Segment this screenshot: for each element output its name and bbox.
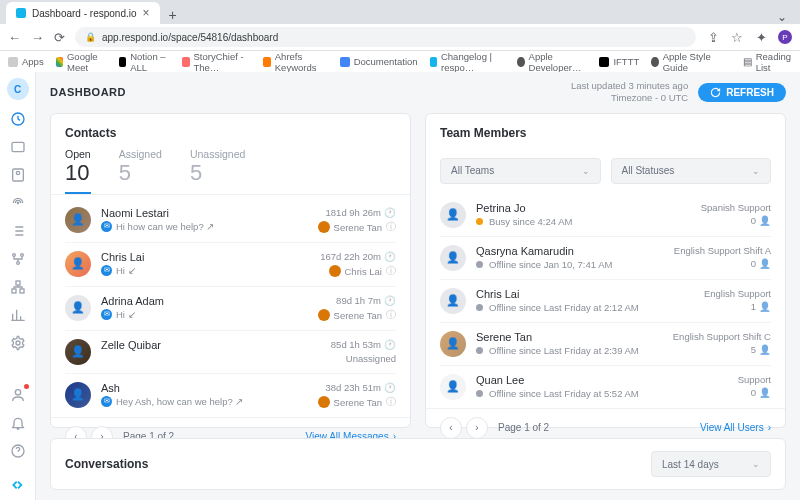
close-tab-icon[interactable]: × bbox=[143, 6, 150, 20]
sidebar-broadcast-icon[interactable] bbox=[9, 194, 27, 212]
clock-icon: 🕐 bbox=[384, 251, 396, 262]
contact-name: Ash bbox=[101, 382, 308, 394]
sidebar-list-icon[interactable] bbox=[9, 222, 27, 240]
prev-page-button[interactable]: ‹ bbox=[65, 426, 87, 438]
sidebar-org-icon[interactable] bbox=[9, 278, 27, 296]
sidebar-reports-icon[interactable] bbox=[9, 306, 27, 324]
main-area: DASHBOARD Last updated 3 minutes ago Tim… bbox=[36, 72, 800, 500]
person-icon: 👤 bbox=[759, 344, 771, 355]
star-icon[interactable]: ☆ bbox=[730, 30, 744, 44]
address-bar[interactable]: 🔒 app.respond.io/space/54816/dashboard bbox=[75, 27, 696, 47]
chevron-right-icon: › bbox=[768, 422, 771, 433]
view-all-messages-link[interactable]: View All Messages› bbox=[305, 431, 396, 438]
member-open-count: 0👤 bbox=[701, 215, 771, 226]
bookmark-changelog[interactable]: Changelog | respo… bbox=[430, 51, 506, 73]
contacts-footer: ‹ › Page 1 of 2 View All Messages› bbox=[51, 417, 410, 438]
sidebar-user-icon[interactable] bbox=[9, 386, 27, 404]
sidebar-contacts-icon[interactable] bbox=[9, 166, 27, 184]
member-status: Busy since 4:24 AM bbox=[476, 216, 691, 227]
team-row[interactable]: 👤 Petrina Jo Busy since 4:24 AM Spanish … bbox=[440, 194, 771, 237]
workspace-avatar[interactable]: C bbox=[7, 78, 29, 100]
share-icon[interactable]: ⇪ bbox=[706, 30, 720, 44]
doc-icon bbox=[340, 57, 350, 67]
contact-avatar: 👤 bbox=[65, 295, 91, 321]
favicon bbox=[16, 8, 26, 18]
contact-name: Chris Lai bbox=[101, 251, 310, 263]
date-range-select[interactable]: Last 14 days⌄ bbox=[651, 451, 771, 477]
chevron-right-icon: › bbox=[393, 431, 396, 438]
browser-chrome: Dashboard - respond.io × + ⌄ ← → ⟳ 🔒 app… bbox=[0, 0, 800, 72]
sidebar-dashboard-icon[interactable] bbox=[9, 110, 27, 128]
browser-tab[interactable]: Dashboard - respond.io × bbox=[6, 2, 160, 24]
ahrefs-icon bbox=[263, 57, 270, 67]
status-dot-icon bbox=[476, 304, 483, 311]
contact-row[interactable]: 👤 Naomi Lestari ✉Hi how can we help? ↗ 1… bbox=[65, 199, 396, 243]
team-row[interactable]: 👤 Quan Lee Offline since Last Friday at … bbox=[440, 366, 771, 408]
bookmark-ifttt[interactable]: IFTTT bbox=[599, 56, 639, 67]
sidebar-settings-icon[interactable] bbox=[9, 334, 27, 352]
bookmark-apps[interactable]: Apps bbox=[8, 56, 44, 67]
sidebar-bell-icon[interactable] bbox=[9, 414, 27, 432]
last-updated-meta: Last updated 3 minutes ago Timezone - 0 … bbox=[571, 80, 688, 105]
channel-icon: ✉ bbox=[101, 265, 112, 276]
bookmark-google-meet[interactable]: Google Meet bbox=[56, 51, 107, 73]
sidebar-help-icon[interactable] bbox=[9, 442, 27, 460]
teams-select[interactable]: All Teams⌄ bbox=[440, 158, 601, 184]
next-page-button[interactable]: › bbox=[91, 426, 113, 438]
member-avatar: 👤 bbox=[440, 288, 466, 314]
contact-row[interactable]: 👤 Zelle Quibar 85d 1h 53m🕐 Unassigned bbox=[65, 331, 396, 374]
bookmark-documentation[interactable]: Documentation bbox=[340, 56, 418, 67]
sidebar-workflow-icon[interactable] bbox=[9, 250, 27, 268]
svg-point-11 bbox=[16, 341, 20, 345]
tab-assigned[interactable]: Assigned5 bbox=[119, 148, 162, 194]
reload-icon[interactable]: ⟳ bbox=[54, 30, 65, 45]
member-shift: Spanish Support bbox=[701, 202, 771, 213]
member-shift: English Support Shift C bbox=[673, 331, 771, 342]
team-row[interactable]: 👤 Chris Lai Offline since Last Friday at… bbox=[440, 280, 771, 323]
contact-row[interactable]: 👤 Chris Lai ✉Hi ↙ 167d 22h 20m🕐 Chris La… bbox=[65, 243, 396, 287]
team-row[interactable]: 👤 Qasryna Kamarudin Offline since Jan 10… bbox=[440, 237, 771, 280]
tab-open[interactable]: Open10 bbox=[65, 148, 91, 194]
prev-page-button[interactable]: ‹ bbox=[440, 417, 462, 438]
status-select[interactable]: All Statuses⌄ bbox=[611, 158, 772, 184]
changelog-icon bbox=[430, 57, 437, 67]
tab-unassigned[interactable]: Unassigned5 bbox=[190, 148, 245, 194]
bookmark-apple-style[interactable]: Apple Style Guide bbox=[651, 51, 718, 73]
view-all-users-link[interactable]: View All Users› bbox=[700, 422, 771, 433]
page-title: DASHBOARD bbox=[50, 86, 126, 98]
info-icon: ⓘ bbox=[386, 309, 396, 322]
list-icon: ▤ bbox=[743, 56, 752, 67]
assignee: Unassigned bbox=[331, 353, 396, 364]
extensions-icon[interactable]: ✦ bbox=[754, 30, 768, 44]
assignee-avatar bbox=[318, 396, 330, 408]
team-title: Team Members bbox=[426, 114, 785, 148]
forward-icon[interactable]: → bbox=[31, 30, 44, 45]
url-text: app.respond.io/space/54816/dashboard bbox=[102, 32, 278, 43]
member-status: Offline since Last Friday at 5:52 AM bbox=[476, 388, 728, 399]
member-open-count: 1👤 bbox=[704, 301, 771, 312]
team-row[interactable]: 👤 Serene Tan Offline since Last Friday a… bbox=[440, 323, 771, 366]
contact-row[interactable]: 👤 Adrina Adam ✉Hi ↙ 89d 1h 7m🕐 Serene Ta… bbox=[65, 287, 396, 331]
assignee-avatar bbox=[318, 309, 330, 321]
bookmark-apple-dev[interactable]: Apple Developer… bbox=[517, 51, 587, 73]
contact-row[interactable]: 👤 Ash ✉Hey Ash, how can we help? ↗ 38d 2… bbox=[65, 374, 396, 417]
sidebar-messages-icon[interactable] bbox=[9, 138, 27, 156]
window-chevron-icon[interactable]: ⌄ bbox=[770, 10, 794, 24]
assignee-avatar bbox=[329, 265, 341, 277]
contact-message: ✉Hi ↙ bbox=[101, 309, 308, 320]
elapsed-time: 85d 1h 53m🕐 bbox=[331, 339, 396, 350]
back-icon[interactable]: ← bbox=[8, 30, 21, 45]
person-icon: 👤 bbox=[759, 301, 771, 312]
apple-icon bbox=[517, 57, 524, 67]
reading-list[interactable]: ▤Reading List bbox=[743, 51, 792, 73]
refresh-button[interactable]: REFRESH bbox=[698, 83, 786, 102]
bookmark-notion[interactable]: Notion – ALL bbox=[119, 51, 170, 73]
contact-avatar: 👤 bbox=[65, 382, 91, 408]
bookmark-ahrefs[interactable]: Ahrefs Keywords bbox=[263, 51, 327, 73]
new-tab-button[interactable]: + bbox=[164, 6, 182, 24]
next-page-button[interactable]: › bbox=[466, 417, 488, 438]
profile-avatar[interactable]: P bbox=[778, 30, 792, 44]
bookmark-storychief[interactable]: StoryChief - The… bbox=[182, 51, 251, 73]
contact-message: ✉Hi how can we help? ↗ bbox=[101, 221, 308, 232]
contact-name: Adrina Adam bbox=[101, 295, 308, 307]
